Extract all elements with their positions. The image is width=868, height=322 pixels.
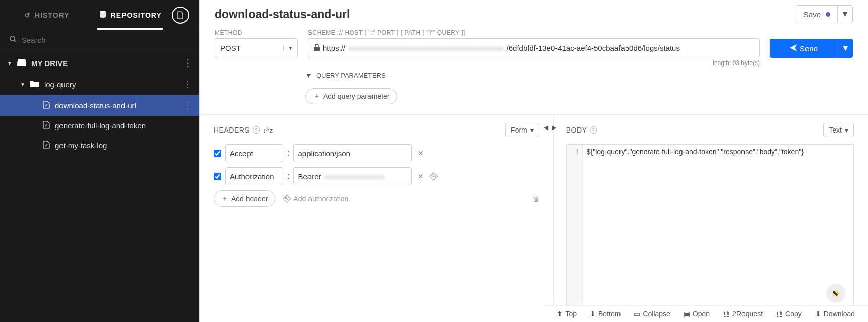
save-dropdown-toggle[interactable]: ▼ [837, 6, 852, 23]
drive-label: MY DRIVE [31, 59, 68, 68]
remove-header-icon[interactable]: ✕ [416, 172, 426, 180]
scheme-label: SCHEME :// HOST [ ":" PORT ] [ PATH [ "?… [308, 29, 760, 36]
more-icon[interactable]: ⋮ [183, 100, 192, 111]
toolbar-2request[interactable]: ⿻2Request [723, 310, 763, 318]
header-value-text: application/json [298, 149, 350, 158]
search-icon [9, 35, 17, 45]
help-icon[interactable]: ? [253, 126, 260, 134]
tree-item-generate-log[interactable]: generate-full-log-and-token [0, 116, 199, 136]
unsaved-indicator-icon [826, 12, 830, 17]
top-row: download-status-and-url Save ▼ [200, 0, 868, 23]
tree-item-get-task-log[interactable]: get-my-task-log [0, 136, 199, 155]
request-title: download-status-and-url [215, 8, 350, 21]
header-value-input[interactable]: Bearer xxxxxxxxxxxxxxxx [293, 167, 412, 185]
svg-rect-2 [17, 63, 26, 66]
request-row: METHOD POST ▼ SCHEME :// HOST [ ":" PORT… [200, 23, 868, 67]
headers-mode-label: Form [511, 126, 527, 134]
arrow-down-icon: ⬇ [590, 310, 596, 318]
caret-down-icon: ▼ [7, 60, 12, 66]
sort-icon[interactable]: ↓ᴬz [263, 126, 273, 134]
add-query-param-button[interactable]: ＋ Add query parameter [305, 88, 397, 104]
tree-folder-log-query[interactable]: ▼ log-query ⋮ [0, 74, 199, 95]
sidebar: ↺ HISTORY REPOSITORY ▼ MY DRIVE ⋮ ▼ [0, 0, 199, 322]
body-mode-label: Text [829, 126, 842, 134]
save-group: Save ▼ [796, 5, 853, 23]
query-params-label: QUERY PARAMETERS [316, 72, 386, 79]
query-params-toggle[interactable]: ▼ QUERY PARAMETERS [305, 72, 853, 79]
send-dropdown-toggle[interactable]: ▼ [838, 39, 853, 58]
toolbar-bottom[interactable]: ⬇Bottom [590, 310, 621, 318]
collapse-right-icon[interactable]: ▶ [552, 124, 556, 131]
method-column: METHOD POST ▼ [215, 29, 298, 67]
folder-icon [30, 80, 39, 89]
add-header-label: Add header [231, 195, 268, 203]
tree-my-drive[interactable]: ▼ MY DRIVE ⋮ [0, 52, 199, 74]
method-value: POST [215, 44, 283, 52]
download-icon: ⬇ [815, 310, 821, 318]
add-authorization-button[interactable]: ⚿ Add authorization [283, 195, 348, 203]
send-icon [790, 44, 797, 53]
editor-content[interactable]: ${"log-query"."generate-full-log-and-tok… [583, 145, 853, 311]
toolbar-download[interactable]: ⬇Download [815, 310, 855, 318]
tab-repository[interactable]: REPOSITORY [89, 0, 172, 30]
magic-wand-button[interactable]: ✨ ⬉ [826, 284, 845, 303]
save-button[interactable]: Save [796, 6, 837, 23]
url-column: SCHEME :// HOST [ ":" PORT ] [ PATH [ "?… [308, 29, 760, 67]
drive-icon [17, 59, 26, 68]
url-text-prefix: https:// [323, 44, 345, 52]
send-button[interactable]: Send [770, 39, 838, 58]
toolbar-copy[interactable]: ⿻Copy [776, 310, 802, 318]
new-document-button[interactable] [172, 7, 189, 24]
headers-mode-dropdown[interactable]: Form ▾ [505, 123, 539, 137]
bottom-toolbar: ⬆Top ⬇Bottom ▭Collapse ▣Open ⿻2Request ⿻… [543, 305, 868, 322]
tree-item-label: generate-full-log-and-token [55, 121, 146, 130]
send-column: Send ▼ [770, 29, 853, 67]
more-icon[interactable]: ⋮ [183, 79, 192, 90]
lock-icon [314, 44, 320, 52]
toolbar-top[interactable]: ⬆Top [556, 310, 577, 318]
url-input[interactable]: https:// xxxxxxxxxxxxxxxxxxxxxxxxxxxxxxx… [308, 38, 760, 57]
tree: ▼ MY DRIVE ⋮ ▼ log-query ⋮ download-stat… [0, 50, 199, 155]
caret-down-icon: ▼ [20, 82, 25, 87]
method-select[interactable]: POST ▼ [215, 38, 298, 57]
help-icon[interactable]: ? [590, 126, 597, 134]
colon: : [287, 149, 289, 158]
toolbar-open[interactable]: ▣Open [684, 310, 710, 318]
collapse-left-icon[interactable]: ◀ [544, 124, 548, 131]
search-input[interactable] [22, 36, 190, 44]
header-enabled-checkbox[interactable] [214, 150, 221, 157]
svg-rect-3 [314, 47, 320, 51]
clipboard-icon: ⿻ [776, 310, 783, 318]
add-header-row: ＋ Add header ⚿ Add authorization 🗑 [214, 190, 539, 207]
url-length: length: 93 byte(s) [308, 59, 760, 67]
send-label: Send [800, 44, 818, 53]
trash-icon[interactable]: 🗑 [532, 195, 539, 203]
chevron-down-icon: ▼ [283, 45, 297, 51]
header-value-input[interactable]: application/json [293, 144, 412, 162]
tab-history[interactable]: ↺ HISTORY [5, 0, 89, 30]
add-auth-label: Add authorization [293, 195, 348, 203]
header-value-text: Bearer [298, 172, 321, 181]
plus-icon: ＋ [221, 194, 228, 203]
toolbar-collapse[interactable]: ▭Collapse [634, 310, 670, 318]
body-mode-dropdown[interactable]: Text ▾ [823, 123, 854, 137]
more-icon[interactable]: ⋮ [183, 57, 192, 69]
key-icon[interactable]: ⚿ [428, 171, 439, 181]
file-icon [43, 101, 50, 110]
copy-icon: ⿻ [723, 310, 730, 318]
save-label: Save [803, 10, 821, 19]
header-name-input[interactable] [225, 144, 283, 162]
tree-item-download-status[interactable]: download-status-and-url ⋮ [0, 95, 199, 116]
header-name-input[interactable] [225, 167, 283, 185]
add-header-button[interactable]: ＋ Add header [214, 190, 275, 207]
colon: : [287, 172, 289, 181]
file-icon [43, 121, 50, 131]
caret-down-icon: ▼ [305, 72, 312, 79]
search-row [0, 30, 199, 50]
chevron-down-icon: ▾ [845, 126, 848, 134]
body-editor[interactable]: 1 ${"log-query"."generate-full-log-and-t… [566, 144, 854, 311]
chevron-down-icon: ▾ [530, 126, 534, 134]
tree-item-label: get-my-task-log [55, 141, 107, 150]
header-enabled-checkbox[interactable] [214, 173, 221, 180]
remove-header-icon[interactable]: ✕ [416, 149, 426, 157]
